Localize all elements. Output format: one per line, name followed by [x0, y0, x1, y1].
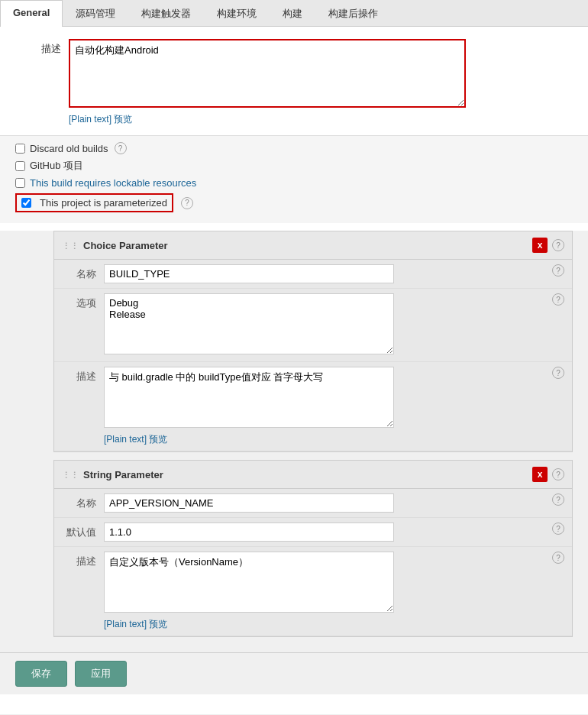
- string-preview-link[interactable]: 预览: [149, 619, 167, 629]
- tabs-bar: General 源码管理 构建触发器 构建环境 构建 构建后操作: [0, 0, 588, 27]
- choice-options-row: 选项 ?: [54, 289, 572, 362]
- choice-param-header-help[interactable]: ?: [552, 239, 564, 251]
- string-desc-textarea[interactable]: [104, 552, 394, 613]
- choice-options-textarea[interactable]: [104, 293, 394, 354]
- description-row: 描述 [Plain text] 预览: [15, 39, 573, 126]
- string-format-row: [Plain text] 预览: [104, 618, 548, 631]
- description-textarea[interactable]: [69, 39, 466, 108]
- string-default-control: [104, 522, 548, 542]
- lockable-row: This build requires lockable resources: [15, 177, 573, 189]
- string-param-title: String Parameter: [62, 469, 532, 480]
- choice-name-control: [104, 264, 548, 283]
- string-default-label: 默认值: [62, 522, 104, 539]
- github-project-label[interactable]: GitHub 项目: [30, 159, 83, 173]
- choice-param-panel: Choice Parameter x ? 名称 ? 选项 ?: [53, 231, 573, 452]
- string-default-row: 默认值 ?: [54, 518, 572, 547]
- parameterized-checkbox[interactable]: [21, 198, 31, 208]
- discard-builds-help-icon[interactable]: ?: [115, 142, 127, 154]
- choice-desc-control: [Plain text] 预览: [104, 367, 548, 446]
- string-default-input[interactable]: [104, 522, 394, 542]
- string-desc-row: 描述 [Plain text] 预览 ?: [54, 547, 572, 636]
- choice-options-label: 选项: [62, 293, 104, 310]
- github-project-row: GitHub 项目: [15, 159, 573, 173]
- discard-builds-label[interactable]: Discard old builds: [30, 143, 108, 154]
- description-preview-link[interactable]: 预览: [114, 114, 132, 125]
- choice-desc-help[interactable]: ?: [552, 367, 564, 379]
- string-desc-help[interactable]: ?: [552, 552, 564, 564]
- string-name-control: [104, 493, 548, 513]
- description-label: 描述: [15, 39, 69, 56]
- choice-name-input[interactable]: [104, 264, 394, 283]
- github-project-checkbox[interactable]: [15, 161, 25, 171]
- tab-trigger[interactable]: 构建触发器: [128, 0, 204, 27]
- string-default-help[interactable]: ?: [552, 522, 564, 535]
- string-name-row: 名称 ?: [54, 489, 572, 518]
- choice-desc-row: 描述 [Plain text] 预览 ?: [54, 362, 572, 451]
- string-name-input[interactable]: [104, 493, 394, 513]
- string-name-help[interactable]: ?: [552, 493, 564, 506]
- string-desc-label: 描述: [62, 552, 104, 568]
- choice-preview-link[interactable]: 预览: [149, 434, 167, 445]
- choice-param-title: Choice Parameter: [62, 240, 532, 251]
- choice-param-remove-btn[interactable]: x: [532, 238, 548, 253]
- string-param-panel: String Parameter x ? 名称 ? 默认值 ?: [53, 460, 573, 637]
- discard-builds-row: Discard old builds ?: [15, 142, 573, 154]
- discard-builds-checkbox[interactable]: [15, 144, 25, 154]
- lockable-checkbox[interactable]: [15, 178, 25, 188]
- main-content: 描述 [Plain text] 预览 Discard old builds ? …: [0, 27, 588, 714]
- string-plain-text-label: [Plain text]: [104, 619, 147, 629]
- lockable-label[interactable]: This build requires lockable resources: [30, 177, 196, 189]
- description-control: [Plain text] 预览: [69, 39, 573, 126]
- tab-general[interactable]: General: [0, 0, 63, 27]
- tab-build-env[interactable]: 构建环境: [204, 0, 270, 27]
- choice-name-help[interactable]: ?: [552, 264, 564, 277]
- parameterized-outline-box: This project is parameterized: [15, 193, 173, 212]
- choice-format-row: [Plain text] 预览: [104, 433, 548, 446]
- string-desc-control: [Plain text] 预览: [104, 552, 548, 631]
- footer-bar: 保存 应用: [0, 652, 588, 694]
- choice-options-control: [104, 293, 548, 357]
- choice-name-label: 名称: [62, 264, 104, 281]
- choice-plain-text-label: [Plain text]: [104, 434, 147, 445]
- choice-options-help[interactable]: ?: [552, 293, 564, 306]
- choice-desc-textarea[interactable]: [104, 367, 394, 428]
- string-name-label: 名称: [62, 493, 104, 510]
- tab-post-build[interactable]: 构建后操作: [315, 0, 391, 27]
- parameterized-help-icon[interactable]: ?: [181, 197, 193, 209]
- tab-source[interactable]: 源码管理: [63, 0, 128, 27]
- apply-button[interactable]: 应用: [75, 661, 127, 687]
- choice-param-header: Choice Parameter x ?: [54, 231, 572, 260]
- string-param-header-help[interactable]: ?: [552, 468, 564, 480]
- plain-text-label: [Plain text]: [69, 114, 111, 125]
- string-param-header: String Parameter x ?: [54, 461, 572, 489]
- parameterized-row: This project is parameterized ?: [15, 193, 573, 212]
- save-button[interactable]: 保存: [15, 661, 67, 687]
- checkboxes-section: Discard old builds ? GitHub 项目 This buil…: [0, 135, 588, 223]
- parameterized-label[interactable]: This project is parameterized: [40, 197, 167, 209]
- string-param-remove-btn[interactable]: x: [532, 467, 548, 482]
- tab-build[interactable]: 构建: [270, 0, 315, 27]
- choice-desc-label: 描述: [62, 367, 104, 383]
- param-panels-container: Choice Parameter x ? 名称 ? 选项 ?: [0, 231, 588, 652]
- choice-name-row: 名称 ?: [54, 260, 572, 289]
- description-format-row: [Plain text] 预览: [69, 113, 573, 126]
